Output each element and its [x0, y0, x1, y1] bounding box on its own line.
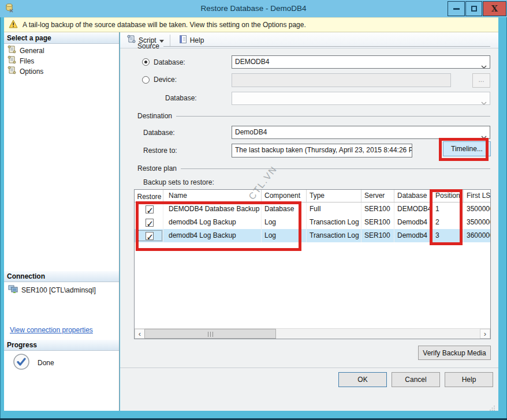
help-button[interactable]: Help [445, 372, 493, 387]
sidebar-item-label: Files [20, 57, 34, 65]
minimize-icon [453, 8, 460, 10]
connection-server: SER100 [CTL\adminsql] [8, 284, 96, 295]
script-icon [126, 35, 136, 46]
restore-plan-group: Restore plan [137, 164, 490, 172]
cell-name: DEMODB4 Database Backup [163, 202, 262, 216]
restore-to-value: The last backup taken (Thursday, April 2… [235, 146, 412, 154]
ok-button-label: OK [357, 376, 367, 384]
sidebar-item-label: Options [20, 68, 43, 76]
view-connection-properties-link[interactable]: View connection properties [10, 326, 93, 334]
footer-separator [120, 367, 498, 368]
cell-position: 3 [433, 229, 464, 242]
source-group-label: Source [137, 42, 159, 50]
window-title: Restore Database - DemoDB4 [0, 0, 507, 17]
cell-name: demodb4 Log Backup [163, 229, 262, 242]
verify-backup-media-button[interactable]: Verify Backup Media [418, 346, 491, 360]
column-header-type[interactable]: Type [307, 190, 361, 202]
scroll-left-arrow[interactable]: ‹ [135, 329, 145, 339]
title-bar[interactable]: Restore Database - DemoDB4 X [0, 0, 507, 17]
source-device-textbox[interactable] [232, 73, 451, 87]
cell-database: DEMODB4 [394, 202, 433, 216]
source-device-database-combobox[interactable] [232, 92, 490, 105]
sidebar-item-general[interactable]: General [7, 45, 44, 56]
cell-first-lsn: 3500000 [464, 202, 490, 216]
cell-database: Demodb4 [394, 216, 433, 229]
select-a-page-header: Select a page [4, 33, 119, 44]
cell-server: SER100 [361, 216, 394, 229]
chevron-down-icon [481, 61, 487, 69]
source-database-value: DEMODB4 [235, 58, 269, 66]
tail-log-warning-banner: A tail-log backup of the source database… [4, 17, 498, 32]
scrollbar-thumb[interactable] [144, 329, 276, 339]
ellipsis-icon: ... [478, 76, 484, 84]
cancel-button-label: Cancel [405, 376, 426, 384]
source-device-radio[interactable] [142, 76, 150, 84]
destination-group-label: Destination [137, 112, 172, 120]
sidebar-item-options[interactable]: Options [7, 66, 43, 77]
cancel-button[interactable]: Cancel [392, 372, 440, 387]
chevron-down-icon [481, 97, 487, 105]
cell-component: Log [262, 216, 307, 229]
cell-first-lsn: 3600000 [464, 229, 490, 242]
backup-sets-label: Backup sets to restore: [143, 178, 214, 186]
chevron-right-icon: › [484, 330, 486, 337]
column-header-database[interactable]: Database [394, 190, 433, 202]
ok-button[interactable]: OK [338, 372, 387, 387]
cell-type: Transaction Log [307, 216, 361, 229]
close-button[interactable]: X [483, 1, 506, 16]
server-icon [8, 284, 18, 295]
cell-server: SER100 [361, 202, 394, 216]
source-group: Source [137, 42, 490, 50]
column-header-component[interactable]: Component [262, 190, 307, 202]
column-header-position[interactable]: Position [433, 190, 464, 202]
column-header-first-lsn[interactable]: First LSN [464, 190, 490, 202]
verify-backup-media-label: Verify Backup Media [423, 349, 486, 357]
table-row[interactable]: DEMODB4 Database Backup Database Full SE… [135, 202, 490, 216]
warning-icon [9, 20, 18, 30]
restore-database-dialog: Restore Database - DemoDB4 X A tail-log … [0, 0, 507, 420]
restore-to-textbox[interactable]: The last backup taken (Thursday, April 2… [232, 144, 412, 158]
backup-sets-table: Restore Name Component Type Server Datab… [134, 189, 491, 339]
source-database-radio[interactable] [142, 58, 150, 66]
chevron-left-icon: ‹ [139, 330, 141, 337]
cell-component: Database [262, 202, 307, 216]
table-row[interactable]: demodb4 Log Backup Log Transaction Log S… [135, 229, 490, 242]
column-header-restore[interactable]: Restore [135, 190, 163, 202]
minimize-button[interactable] [448, 1, 465, 16]
destination-group: Destination [137, 112, 490, 120]
connection-server-label: SER100 [CTL\adminsql] [21, 286, 96, 294]
timeline-button-label: Timeline... [451, 145, 483, 153]
source-device-radio-label: Device: [154, 76, 177, 84]
column-header-server[interactable]: Server [361, 190, 394, 202]
maximize-button[interactable] [465, 1, 482, 16]
restore-to-label: Restore to: [143, 147, 177, 155]
scroll-right-arrow[interactable]: › [480, 329, 490, 339]
restore-plan-group-label: Restore plan [137, 164, 177, 172]
script-page-icon [7, 45, 16, 56]
destination-database-combobox[interactable]: DemoDB4 [232, 126, 490, 139]
cell-first-lsn: 3500000 [464, 216, 490, 229]
chevron-down-icon [481, 131, 487, 139]
destination-database-value: DemoDB4 [235, 128, 267, 136]
restore-checkbox[interactable] [146, 232, 154, 240]
help-button-label: Help [462, 376, 476, 384]
table-row[interactable]: demodb4 Log Backup Log Transaction Log S… [135, 216, 490, 229]
progress-status-row: Done [13, 353, 54, 372]
sidebar-item-files[interactable]: Files [7, 55, 34, 66]
sidebar-item-label: General [20, 47, 44, 55]
timeline-button[interactable]: Timeline... [443, 141, 491, 156]
device-browse-button[interactable]: ... [472, 73, 490, 88]
script-page-icon [7, 55, 16, 66]
cell-server: SER100 [361, 229, 394, 242]
resize-grip[interactable] [490, 404, 495, 410]
horizontal-scrollbar[interactable]: ‹ › [135, 328, 490, 339]
warning-text: A tail-log backup of the source database… [23, 21, 306, 29]
source-database-combobox[interactable]: DEMODB4 [232, 55, 490, 69]
cell-type: Transaction Log [307, 229, 361, 242]
script-page-icon [7, 66, 16, 77]
cell-database: Demodb4 [394, 229, 433, 242]
restore-checkbox[interactable] [146, 205, 154, 213]
done-check-icon [13, 353, 30, 372]
cell-component: Log [262, 229, 307, 242]
restore-checkbox[interactable] [146, 219, 154, 227]
